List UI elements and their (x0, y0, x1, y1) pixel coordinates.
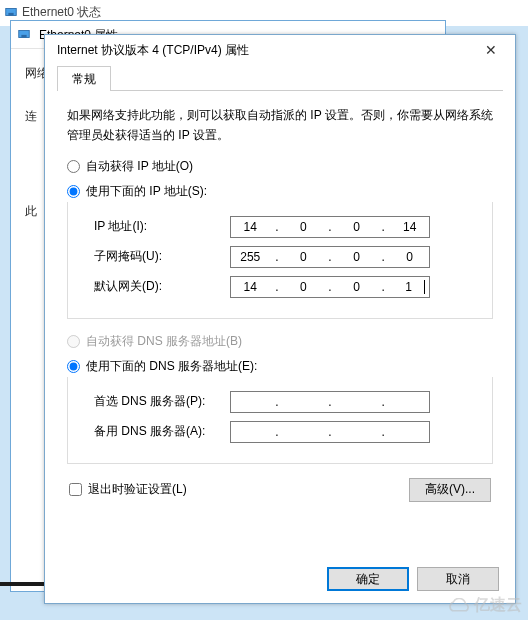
svg-rect-3 (21, 35, 26, 38)
radio-ip-manual[interactable] (67, 185, 80, 198)
label-dns-preferred: 首选 DNS 服务器(P): (80, 393, 230, 410)
radio-ip-auto-label: 自动获得 IP 地址(O) (86, 158, 193, 175)
label-default-gateway: 默认网关(D): (80, 278, 230, 295)
taskbar-fragment (0, 582, 44, 586)
label-ip-address: IP 地址(I): (80, 218, 230, 235)
svg-rect-1 (8, 13, 13, 16)
dialog-titlebar: Internet 协议版本 4 (TCP/IPv4) 属性 ✕ (45, 35, 515, 65)
ethernet-icon (4, 5, 18, 19)
row-ip-address: IP 地址(I): 14. 0. 0. 14 (80, 216, 480, 238)
radio-dns-manual-row[interactable]: 使用下面的 DNS 服务器地址(E): (67, 358, 493, 375)
radio-dns-auto (67, 335, 80, 348)
dialog-buttons: 确定 取消 (319, 567, 499, 591)
radio-dns-manual-label: 使用下面的 DNS 服务器地址(E): (86, 358, 257, 375)
radio-ip-auto-row[interactable]: 自动获得 IP 地址(O) (67, 158, 493, 175)
radio-dns-manual[interactable] (67, 360, 80, 373)
row-dns-preferred: 首选 DNS 服务器(P): . . . (80, 391, 480, 413)
radio-ip-auto[interactable] (67, 160, 80, 173)
cancel-button[interactable]: 取消 (417, 567, 499, 591)
checkbox-validate-on-exit[interactable] (69, 483, 82, 496)
label-validate-on-exit: 退出时验证设置(L) (88, 481, 187, 498)
tabstrip: 常规 (57, 65, 503, 91)
dialog-body: 如果网络支持此功能，则可以获取自动指派的 IP 设置。否则，你需要从网络系统管理… (45, 91, 515, 508)
label-subnet-mask: 子网掩码(U): (80, 248, 230, 265)
label-dns-alternate: 备用 DNS 服务器(A): (80, 423, 230, 440)
watermark: 亿速云 (446, 595, 522, 616)
input-ip-address[interactable]: 14. 0. 0. 14 (230, 216, 430, 238)
input-dns-alternate[interactable]: . . . (230, 421, 430, 443)
radio-dns-auto-row: 自动获得 DNS 服务器地址(B) (67, 333, 493, 350)
intro-text: 如果网络支持此功能，则可以获取自动指派的 IP 设置。否则，你需要从网络系统管理… (67, 105, 493, 146)
ipv4-properties-dialog: Internet 协议版本 4 (TCP/IPv4) 属性 ✕ 常规 如果网络支… (44, 34, 516, 604)
status-window-title: Ethernet0 状态 (22, 4, 101, 21)
ethernet-icon (17, 27, 31, 41)
dialog-title: Internet 协议版本 4 (TCP/IPv4) 属性 (57, 42, 477, 59)
row-subnet-mask: 子网掩码(U): 255. 0. 0. 0 (80, 246, 480, 268)
radio-ip-manual-row[interactable]: 使用下面的 IP 地址(S): (67, 183, 493, 200)
input-subnet-mask[interactable]: 255. 0. 0. 0 (230, 246, 430, 268)
row-dns-alternate: 备用 DNS 服务器(A): . . . (80, 421, 480, 443)
footer-row: 退出时验证设置(L) 高级(V)... (69, 478, 491, 502)
tab-general[interactable]: 常规 (57, 66, 111, 91)
row-default-gateway: 默认网关(D): 14. 0. 0. 1 (80, 276, 480, 298)
validate-on-exit-row[interactable]: 退出时验证设置(L) (69, 481, 187, 498)
radio-ip-manual-label: 使用下面的 IP 地址(S): (86, 183, 207, 200)
input-default-gateway[interactable]: 14. 0. 0. 1 (230, 276, 430, 298)
radio-dns-auto-label: 自动获得 DNS 服务器地址(B) (86, 333, 242, 350)
ok-button[interactable]: 确定 (327, 567, 409, 591)
cloud-icon (446, 598, 472, 614)
input-dns-preferred[interactable]: . . . (230, 391, 430, 413)
advanced-button[interactable]: 高级(V)... (409, 478, 491, 502)
ip-group: IP 地址(I): 14. 0. 0. 14 子网掩码(U): 255. 0. … (67, 202, 493, 319)
dns-group: 首选 DNS 服务器(P): . . . 备用 DNS 服务器(A): . . … (67, 377, 493, 464)
close-button[interactable]: ✕ (477, 39, 505, 61)
